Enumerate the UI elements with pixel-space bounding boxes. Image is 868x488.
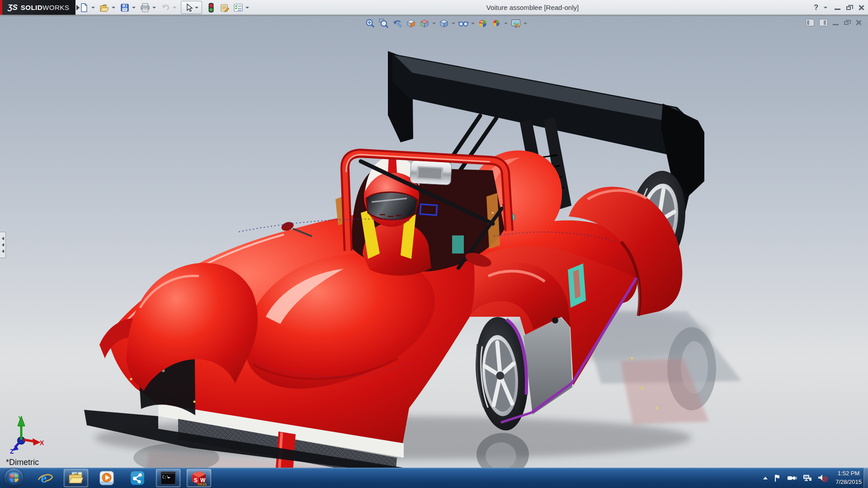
network-icon[interactable] [803,474,812,482]
select-dropdown[interactable] [195,7,198,9]
zoom-to-area-icon [378,18,389,29]
view-orientation-button[interactable] [419,18,430,29]
apply-scene-icon [491,18,502,29]
save-button[interactable] [118,1,131,14]
doc-restore-button[interactable] [844,19,850,26]
section-view-icon [406,18,416,29]
zoom-to-fit-button[interactable] [364,18,376,29]
save-dropdown[interactable] [132,7,136,9]
volume-muted-icon[interactable] [818,474,828,482]
pane-left-button[interactable] [806,19,814,26]
svg-text:2015: 2015 [198,482,207,486]
hide-show-dropdown[interactable] [471,23,475,24]
pane-right-button[interactable] [819,19,828,26]
taskbar: e [0,468,868,488]
titlebar: ƷS SOLIDWORKS [0,0,868,15]
taskbar-media-player[interactable] [94,469,119,487]
graphics-area[interactable]: Y X Z [0,15,868,468]
taskbar-internet-explorer[interactable]: e [33,469,57,487]
undo-icon [161,3,170,12]
collapse-arrow-icon [2,243,4,247]
clock-date: 7/28/2015 [835,478,862,487]
edit-appearance-icon [477,18,488,29]
main-toolbar [78,0,251,15]
undo-button[interactable] [159,1,171,14]
new-dropdown[interactable] [91,7,95,9]
select-arrow-button[interactable] [183,1,195,14]
window-title: Voiture assomblee [Read-only] [465,0,600,15]
taskbar-windows-explorer[interactable] [64,469,88,487]
share-app-icon [130,470,145,486]
undo-dropdown[interactable] [173,7,176,9]
new-document-button[interactable] [78,1,90,14]
close-button[interactable] [858,5,864,11]
apply-scene-dropdown[interactable] [504,23,508,24]
display-style-dropdown[interactable] [452,23,455,24]
previous-view-button[interactable] [392,18,403,29]
edit-appearance-button[interactable] [477,18,488,29]
zoom-to-area-button[interactable] [378,18,389,29]
taskbar-solidworks[interactable]: S W 2015 [187,469,211,487]
document-window-controls [806,19,862,26]
orientation-triad: Y X Z [10,415,44,455]
print-button[interactable] [139,1,151,14]
view-orientation-label: *Dimetric [6,458,39,467]
doc-minimize-button[interactable] [833,19,839,26]
display-style-button[interactable] [438,18,449,29]
section-view-button[interactable] [405,18,416,29]
svg-text:e: e [41,470,47,485]
hide-show-items-icon [458,18,469,29]
save-icon [120,3,129,12]
solidworks-2015-icon: S W 2015 [191,470,207,486]
taskbar-command-prompt[interactable]: C:\ [156,469,180,487]
help-button[interactable]: ? [814,4,818,12]
internet-explorer-icon: e [37,470,53,486]
show-desktop-button[interactable] [863,468,868,488]
view-settings-button[interactable] [510,18,521,29]
start-button[interactable] [5,469,23,487]
desktop: { "window": { "brand_mark": "ƷS", "brand… [0,0,868,488]
print-dropdown[interactable] [152,7,156,9]
windows-flag-icon [7,471,21,485]
triad-x-label: X [40,439,44,446]
doc-close-button[interactable] [855,19,862,26]
select-tool-group [181,1,202,14]
folder-icon [68,470,84,486]
system-tray: 1:52 PM 7/28/2015 [763,468,862,488]
show-hidden-icons-button[interactable] [763,477,768,479]
power-icon[interactable] [787,474,797,482]
rebuild-button[interactable] [205,1,217,14]
3d-model-scene: Y X Z [0,16,868,468]
view-settings-dropdown[interactable] [524,23,527,24]
heads-up-toolbar [364,18,527,29]
open-dropdown[interactable] [112,7,115,9]
solidworks-logo: ƷS SOLIDWORKS [0,0,80,15]
view-orientation-icon [419,18,430,29]
minimize-button[interactable] [835,5,841,11]
options-button[interactable] [232,1,244,14]
action-center-flag-icon[interactable] [774,474,781,482]
select-arrow-icon [185,3,193,12]
file-properties-icon [220,3,230,12]
collapse-arrow-icon [2,249,4,253]
view-orientation-dropdown[interactable] [432,23,436,24]
zoom-to-fit-icon [365,18,376,29]
svg-text:S: S [194,477,198,483]
apply-scene-button[interactable] [491,18,502,29]
mirror-box [410,160,452,185]
open-document-button[interactable] [98,1,110,14]
feature-manager-flyout-tab[interactable] [0,232,6,258]
hide-show-items-button[interactable] [458,18,469,29]
print-icon [140,3,150,12]
help-dropdown[interactable] [824,7,827,9]
file-properties-button[interactable] [218,1,231,14]
options-dropdown[interactable] [245,7,249,9]
new-document-icon [80,3,89,12]
taskbar-share-app[interactable] [125,469,150,487]
taskbar-items: e [33,469,211,487]
triad-y-label: Y [18,415,23,422]
clock[interactable]: 1:52 PM 7/28/2015 [835,469,862,487]
restore-button[interactable] [846,5,853,11]
media-player-icon [99,470,115,486]
triad-z-label: Z [10,448,14,455]
